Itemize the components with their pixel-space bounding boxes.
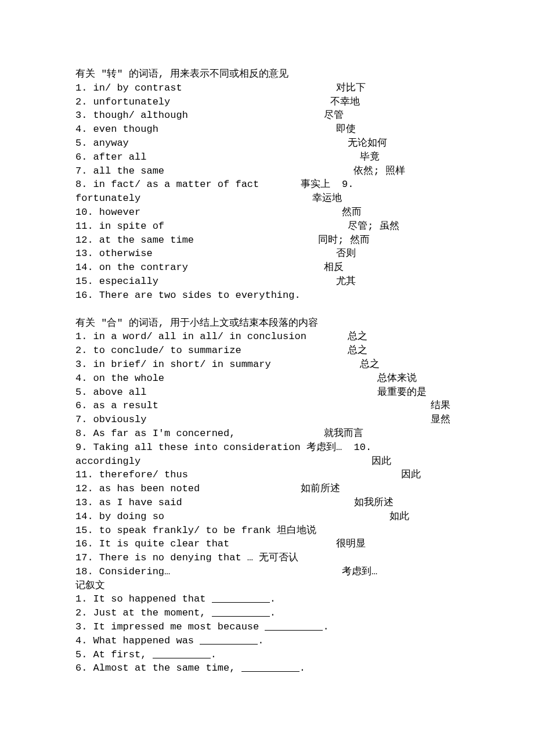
list-item: 2. Just at the moment, . — [75, 606, 459, 620]
item-number: 8. — [75, 427, 93, 441]
item-term: in spite of — [99, 219, 164, 233]
spacer — [164, 372, 377, 386]
spacer — [271, 524, 277, 538]
item-term: to speak frankly/ to be frank — [99, 524, 271, 538]
list-item: 5. anyway 无论如何 — [75, 136, 459, 150]
list-item: 7. obviously 显然 — [75, 413, 459, 427]
item-term: Taking all these into consideration — [93, 441, 301, 455]
sentence-suffix: . — [258, 634, 264, 648]
item-definition: 总之 — [360, 358, 380, 372]
list-item: 3. though/ although 尽管 — [75, 109, 459, 123]
item-term: after all — [93, 150, 147, 164]
item-number: 14. — [75, 261, 99, 275]
list-item: 2. to conclude/ to summarize 总之 — [75, 344, 459, 358]
item-definition: 坦白地说 — [277, 524, 316, 538]
blank-underline — [212, 606, 270, 617]
item-term: fortunately — [75, 192, 140, 206]
item-number: 3. — [75, 109, 93, 123]
list-item: accordingly 因此 — [75, 455, 459, 469]
list-item: 7. all the same 依然; 照样 — [75, 164, 459, 178]
item-term: unfortunately — [93, 95, 171, 109]
item-number: 6. — [75, 661, 93, 675]
list-item: 8. As far as I'm concerned, 就我而言 — [75, 427, 459, 441]
list-item: 11. in spite of 尽管; 虽然 — [75, 219, 459, 233]
spacer — [182, 81, 336, 95]
item-term: As far as I'm concerned, — [93, 427, 236, 441]
item-number: 10. — [75, 206, 99, 219]
item-definition: 很明显 — [336, 537, 366, 551]
spacer — [146, 150, 359, 164]
list-item: fortunately 幸运地 — [75, 192, 459, 206]
sentence-suffix: . — [211, 648, 217, 662]
spacer — [229, 537, 336, 551]
blank-underline — [265, 620, 323, 631]
item-term: especially — [99, 275, 158, 289]
item-number: 15. — [75, 524, 99, 538]
sentence-suffix: . — [300, 661, 305, 675]
list-item: 10. however 然而 — [75, 206, 459, 219]
item-term: to conclude/ to summarize — [93, 344, 241, 358]
item-number: 1. — [75, 81, 93, 95]
spacer — [153, 247, 336, 261]
section-transition: 有关 "转" 的词语, 用来表示不同或相反的意见 1. in/ by contr… — [75, 67, 459, 303]
item-number: 18. — [75, 565, 99, 579]
item-number: 8. — [75, 178, 93, 192]
sentence-prefix: At first, — [93, 648, 153, 662]
list-item: 6. after all 毕竟 — [75, 150, 459, 164]
item-definition: 考虑到… — [342, 565, 377, 579]
item-term: as a result — [93, 399, 158, 413]
item-definition: 考虑到… 10. — [306, 441, 371, 455]
list-item: 15. to speak frankly/ to be frank 坦白地说 — [75, 524, 459, 538]
item-definition: 依然; 照样 — [353, 164, 405, 178]
list-item: 14. on the contrary 相反 — [75, 261, 459, 275]
item-number: 9. — [75, 441, 93, 455]
item-term: above all — [93, 386, 147, 399]
item-number: 12. — [75, 482, 99, 496]
item-number: 12. — [75, 233, 99, 247]
item-term: on the whole — [93, 372, 164, 386]
sentence-suffix: . — [323, 620, 329, 634]
spacer — [158, 399, 431, 413]
list-item: 5. above all 最重要的是 — [75, 386, 459, 399]
item-term: even though — [93, 123, 158, 136]
item-definition: 总体来说 — [377, 372, 417, 386]
spacer — [158, 123, 336, 136]
spacer — [188, 109, 324, 123]
spacer — [164, 510, 389, 524]
item-term: obviously — [93, 413, 147, 427]
list-item: 4. even though 即使 — [75, 123, 459, 136]
blank-underline — [153, 648, 211, 658]
item-term: in a word/ all in all/ in conclusion — [93, 330, 306, 344]
section-list: 1. in a word/ all in all/ in conclusion … — [75, 330, 459, 578]
item-term: anyway — [93, 136, 129, 150]
list-item: 4. What happened was . — [75, 634, 459, 648]
spacer — [306, 330, 348, 344]
spacer — [188, 468, 401, 482]
sentence-prefix: Almost at the same time, — [93, 661, 241, 675]
item-term: otherwise — [99, 247, 153, 261]
item-definition: 无论如何 — [348, 136, 387, 150]
spacer — [182, 496, 354, 510]
spacer — [146, 413, 431, 427]
item-number: 3. — [75, 620, 93, 634]
spacer — [170, 565, 342, 579]
item-definition: 如此 — [389, 510, 409, 524]
list-item: 16. It is quite clear that 很明显 — [75, 537, 459, 551]
item-definition: 结果 — [431, 399, 450, 413]
item-definition: 因此 — [371, 455, 391, 469]
spacer — [164, 164, 353, 178]
spacer — [259, 178, 300, 192]
item-term: in brief/ in short/ in summary — [93, 358, 271, 372]
item-term: There is no denying that … — [99, 551, 253, 565]
item-number: 16. — [75, 289, 99, 303]
section-title: 有关 "转" 的词语, 用来表示不同或相反的意见 — [75, 67, 459, 81]
list-item: 9. Taking all these into consideration 考… — [75, 441, 459, 455]
item-number: 4. — [75, 123, 93, 136]
spacer — [271, 358, 360, 372]
list-item: 17. There is no denying that … 无可否认 — [75, 551, 459, 565]
spacer — [140, 206, 342, 219]
list-item: 1. in/ by contrast 对比下 — [75, 81, 459, 95]
list-item: 12. as has been noted 如前所述 — [75, 482, 459, 496]
list-item: 1. It so happened that . — [75, 592, 459, 606]
list-item: 3. It impressed me most because . — [75, 620, 459, 634]
